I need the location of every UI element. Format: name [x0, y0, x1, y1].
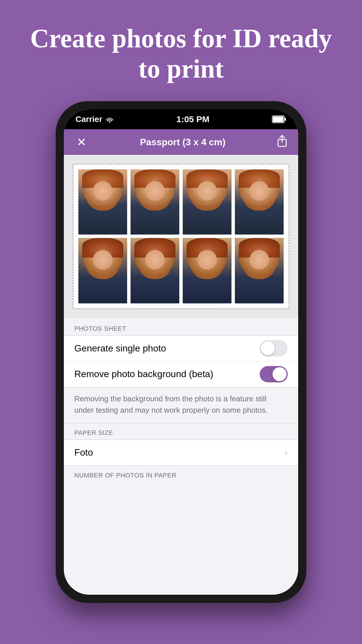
svg-rect-2 [284, 118, 286, 121]
remove-background-label: Remove photo background (beta) [74, 369, 213, 379]
carrier-label: Carrier [75, 115, 114, 124]
photo-row-1 [78, 169, 284, 235]
passport-photo [235, 169, 284, 235]
wifi-icon [105, 116, 114, 123]
passport-photo [78, 238, 127, 303]
passport-photo [182, 238, 232, 303]
generate-single-photo-row: Generate single photo [64, 336, 298, 361]
chevron-right-icon: › [284, 447, 288, 458]
passport-photo [130, 169, 180, 235]
passport-photo [235, 238, 284, 303]
passport-photo [130, 238, 180, 303]
photo-grid-container [73, 164, 289, 309]
passport-photo [182, 169, 232, 235]
photos-sheet-section-header: PHOTOS SHEET [64, 318, 298, 335]
remove-background-row: Remove photo background (beta) [64, 361, 298, 387]
generate-single-photo-label: Generate single photo [74, 343, 166, 354]
share-button[interactable] [277, 135, 288, 149]
settings-area: PHOTOS SHEET Generate single photo Remov… [64, 318, 298, 595]
toggle-knob [273, 367, 287, 381]
paper-size-label: PAPER SIZE [74, 429, 113, 436]
status-time: 1:05 PM [176, 114, 209, 124]
close-button[interactable]: ✕ [74, 135, 89, 149]
svg-point-0 [109, 121, 110, 123]
toggle-knob [261, 341, 275, 355]
remove-background-toggle[interactable] [260, 366, 288, 382]
paper-size-value: Foto [74, 447, 93, 458]
number-section-header: NUMBER OF PHOTOS IN PAPER [64, 466, 298, 482]
number-section-label: NUMBER OF PHOTOS IN PAPER [74, 472, 176, 479]
battery-icon [272, 116, 287, 123]
generate-single-photo-toggle[interactable] [260, 340, 288, 356]
settings-list-1: Generate single photo Remove photo backg… [64, 335, 298, 387]
description-box: Removing the background from the photo i… [64, 387, 298, 423]
phone-screen: Carrier 1:05 PM ✕ Passport (3 x 4 [64, 109, 298, 595]
photos-sheet-label: PHOTOS SHEET [74, 325, 126, 332]
paper-size-row[interactable]: Foto › [64, 440, 298, 466]
svg-rect-3 [273, 116, 284, 122]
settings-list-2: Foto › [64, 440, 298, 466]
share-icon [277, 135, 288, 147]
description-text: Removing the background from the photo i… [74, 394, 268, 414]
hero-title: Create photos for ID ready to print [0, 23, 362, 84]
status-bar: Carrier 1:05 PM [64, 109, 298, 129]
passport-photo [78, 169, 127, 235]
phone-wrapper: Carrier 1:05 PM ✕ Passport (3 x 4 [56, 101, 306, 603]
nav-title: Passport (3 x 4 cm) [140, 137, 225, 148]
photo-grid-area [64, 155, 298, 318]
paper-size-section-header: PAPER SIZE [64, 423, 298, 440]
photo-row-2 [78, 238, 284, 303]
paper-size-chevron: › [284, 447, 288, 458]
phone-outer: Carrier 1:05 PM ✕ Passport (3 x 4 [56, 101, 306, 603]
nav-bar: ✕ Passport (3 x 4 cm) [64, 129, 298, 155]
